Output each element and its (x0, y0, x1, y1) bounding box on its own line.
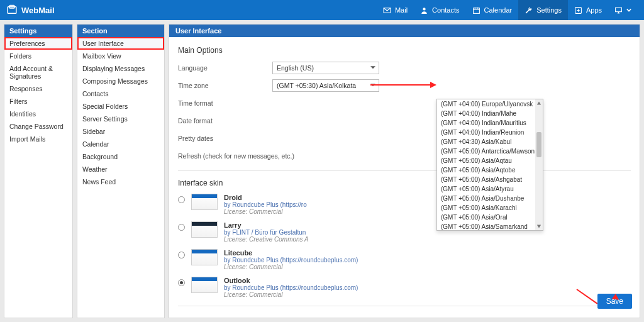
row-timezone: Time zone (GMT +05:30) Asia/Kolkata (178, 79, 631, 92)
svg-rect-3 (473, 8, 479, 13)
dropdown-scrollbar[interactable] (535, 99, 543, 230)
section-item-sidebar[interactable]: Sidebar (77, 125, 164, 138)
skin-author: by Roundcube Plus (https://roundcubeplus… (224, 257, 358, 264)
timezone-option[interactable]: (GMT +04:00) Indian/Mauritius (437, 118, 535, 128)
divider (178, 170, 631, 171)
skin-radio-outlook[interactable] (178, 279, 185, 286)
annotation-arrow-timezone (370, 84, 430, 86)
topnav-contacts[interactable]: Contacts (414, 0, 465, 20)
topnav: MailContactsCalendarSettingsApps (377, 0, 638, 20)
skin-license: License: Commercial (224, 291, 358, 298)
main-options-title: Main Options (178, 46, 631, 55)
topnav-calendar[interactable]: Calendar (466, 0, 519, 20)
settings-item-filters[interactable]: Filters (4, 95, 72, 108)
section-item-composing-messages[interactable]: Composing Messages (77, 75, 164, 87)
select-language[interactable]: English (US) (272, 62, 379, 74)
timezone-option[interactable]: (GMT +04:00) Europe/Ulyanovsk (437, 99, 535, 109)
topnav-apps[interactable]: Apps (568, 0, 608, 20)
row-timeformat: Time format (178, 96, 631, 110)
topbar: WebMail MailContactsCalendarSettingsApps (0, 0, 644, 20)
row-dateformat: Date format (178, 114, 631, 128)
divider-2 (178, 306, 631, 306)
timezone-option[interactable]: (GMT +05:00) Antarctica/Mawson (437, 147, 535, 156)
skin-larry: Larryby FLINT / Büro für GestaltunLicens… (178, 221, 631, 243)
skin-radio-larry[interactable] (178, 224, 185, 231)
timezone-dropdown[interactable]: (GMT +04:00) Europe/Ulyanovsk(GMT +04:00… (436, 99, 543, 231)
brand: WebMail (6, 4, 55, 16)
section-item-server-settings[interactable]: Server Settings (77, 113, 164, 125)
settings-item-identities[interactable]: Identities (4, 108, 72, 120)
section-item-calendar[interactable]: Calendar (77, 138, 164, 150)
skin-radio-litecube[interactable] (178, 252, 185, 258)
section-item-mailbox-view[interactable]: Mailbox View (77, 50, 164, 62)
content-panel: User Interface Main Options Language Eng… (169, 24, 640, 318)
mail-icon (383, 6, 391, 14)
settings-item-change-password[interactable]: Change Password (4, 120, 72, 133)
timezone-options: (GMT +04:00) Europe/Ulyanovsk(GMT +04:00… (437, 99, 535, 230)
svg-point-2 (423, 8, 425, 10)
timezone-option[interactable]: (GMT +05:00) Asia/Karachi (437, 203, 535, 213)
timezone-option[interactable]: (GMT +04:00) Indian/Reunion (437, 128, 535, 137)
timezone-option[interactable]: (GMT +05:00) Asia/Dushanbe (437, 194, 535, 203)
timezone-option[interactable]: (GMT +05:00) Asia/Aqtau (437, 156, 535, 165)
scroll-down-icon[interactable] (535, 223, 543, 230)
label-refresh: Refresh (check for new messages, etc.) (178, 152, 341, 160)
timezone-option[interactable]: (GMT +04:30) Asia/Kabul (437, 137, 535, 147)
row-language: Language English (US) (178, 61, 631, 75)
section-item-news-feed[interactable]: News Feed (77, 175, 164, 188)
timezone-option[interactable]: (GMT +05:00) Asia/Aqtobe (437, 165, 535, 175)
skin-name: Litecube (224, 249, 358, 257)
skin-author: by Roundcube Plus (https://roundcubeplus… (224, 284, 358, 291)
browser-options-title: Browser Options (178, 314, 631, 315)
topnav-settings[interactable]: Settings (518, 0, 568, 20)
skin-thumb-larry (191, 221, 218, 238)
skin-thumb-outlook (191, 277, 218, 293)
skin-author: by FLINT / Büro für Gestaltun (224, 229, 309, 236)
timezone-option[interactable]: (GMT +05:00) Asia/Atyrau (437, 184, 535, 194)
timezone-option[interactable]: (GMT +05:00) Asia/Oral (437, 213, 535, 222)
content-body: Main Options Language English (US) Time … (169, 37, 640, 315)
brand-logo-icon (6, 4, 18, 16)
skin-thumb-litecube (191, 249, 218, 265)
settings-item-import-mails[interactable]: Import Mails (4, 133, 72, 145)
settings-item-preferences[interactable]: Preferences (4, 37, 72, 50)
label-dateformat: Date format (178, 117, 272, 125)
topnav-mail[interactable]: Mail (377, 0, 414, 20)
wrench-icon (525, 6, 533, 14)
scroll-thumb[interactable] (536, 132, 541, 157)
section-item-background[interactable]: Background (77, 150, 164, 163)
section-item-displaying-messages[interactable]: Displaying Messages (77, 62, 164, 75)
sidebar-settings: Settings PreferencesFoldersAdd Account &… (4, 24, 73, 318)
section-item-special-folders[interactable]: Special Folders (77, 100, 164, 113)
select-timezone[interactable]: (GMT +05:30) Asia/Kolkata (272, 79, 379, 92)
topnav-display[interactable] (608, 0, 638, 20)
timezone-option[interactable]: (GMT +05:00) Asia/Ashgabat (437, 175, 535, 184)
skin-name: Outlook (224, 277, 358, 284)
settings-item-folders[interactable]: Folders (4, 50, 72, 62)
skin-name: Larry (224, 221, 309, 229)
label-prettydates: Pretty dates (178, 135, 272, 142)
timezone-option[interactable]: (GMT +05:00) Asia/Samarkand (437, 222, 535, 230)
skin-litecube: Litecubeby Roundcube Plus (https://round… (178, 249, 631, 270)
settings-list: PreferencesFoldersAdd Account & Signatur… (4, 37, 72, 318)
skin-list: Droidby Roundcube Plus (https://roLicens… (178, 194, 631, 298)
calendar-icon (472, 6, 480, 14)
section-item-contacts[interactable]: Contacts (77, 87, 164, 100)
scroll-track[interactable] (535, 107, 543, 223)
label-timeformat: Time format (178, 99, 272, 107)
brand-label: WebMail (21, 6, 55, 15)
skin-license: License: Creative Commons A (224, 236, 309, 243)
user-icon (420, 6, 428, 14)
section-item-weather[interactable]: Weather (77, 163, 164, 175)
scroll-up-icon[interactable] (535, 99, 543, 107)
skin-radio-droid[interactable] (178, 196, 185, 203)
sidebar-section: Section User InterfaceMailbox ViewDispla… (77, 24, 165, 318)
main: Settings PreferencesFoldersAdd Account &… (0, 20, 644, 322)
settings-item-responses[interactable]: Responses (4, 82, 72, 95)
section-item-user-interface[interactable]: User Interface (77, 37, 164, 50)
timezone-option[interactable]: (GMT +04:00) Indian/Mahe (437, 109, 535, 118)
section-list: User InterfaceMailbox ViewDisplaying Mes… (77, 37, 164, 318)
settings-item-add-account-signatures[interactable]: Add Account & Signatures (4, 62, 72, 82)
chevron-down-icon (626, 8, 631, 13)
sidebar-section-title: Section (77, 25, 164, 37)
